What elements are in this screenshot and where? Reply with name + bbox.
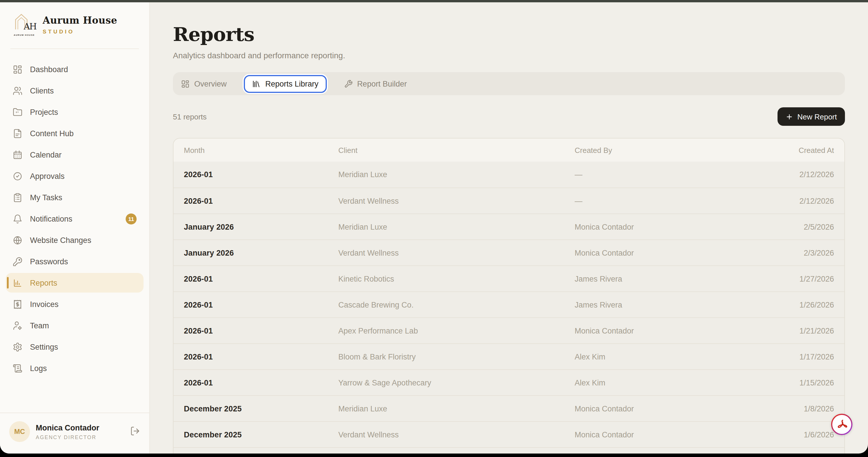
- sidebar-item-label: Logs: [30, 364, 47, 372]
- sidebar-item-calendar[interactable]: Calendar: [6, 145, 144, 165]
- sidebar-item-label: Reports: [30, 278, 57, 287]
- sidebar-item-label: Calendar: [30, 150, 62, 159]
- new-report-button[interactable]: New Report: [778, 107, 845, 126]
- cell-created-at: 2/3/2026: [748, 249, 834, 257]
- cell-created-by: —: [575, 170, 748, 179]
- sidebar-item-content-hub[interactable]: Content Hub: [6, 123, 144, 143]
- sidebar-item-passwords[interactable]: Passwords: [6, 252, 144, 271]
- cell-month: 2026-01: [184, 170, 338, 179]
- user-name: Monica Contador: [36, 423, 99, 432]
- brand-name: Aurum House: [43, 15, 117, 26]
- tab-reports-library[interactable]: Reports Library: [244, 75, 327, 93]
- cell-created-by: —: [575, 197, 748, 205]
- table-row[interactable]: 2026-01 Apex Performance Lab Monica Cont…: [174, 317, 844, 343]
- toolbar: 51 reports New Report: [173, 107, 845, 126]
- gear-icon: [13, 342, 23, 352]
- avatar: MC: [9, 421, 30, 442]
- tab-label: Reports Library: [266, 79, 319, 88]
- cell-client: Bloom & Bark Floristry: [338, 352, 575, 361]
- cell-client: Meridian Luxe: [338, 223, 575, 231]
- cell-created-at: 1/21/2026: [748, 326, 834, 335]
- tabs-bar: Overview Reports Library Report Builder: [173, 72, 845, 95]
- cell-created-by: Monica Contador: [575, 326, 748, 335]
- users-icon: [13, 86, 23, 95]
- sidebar-divider: [10, 49, 139, 49]
- pdf-extension-badge[interactable]: [831, 414, 852, 435]
- cell-month: January 2026: [184, 249, 338, 257]
- brand-logo: AH AURUM HOUSE Aurum House STUDIO: [0, 2, 149, 41]
- window-top-edge: [0, 0, 868, 2]
- cell-created-at: 1/26/2026: [748, 301, 834, 309]
- app-window: AH AURUM HOUSE Aurum House STUDIO Dashbo…: [0, 2, 868, 454]
- dashboard-icon: [13, 64, 23, 74]
- globe-icon: [13, 235, 23, 245]
- screen: AH AURUM HOUSE Aurum House STUDIO Dashbo…: [0, 0, 868, 457]
- cell-client: Yarrow & Sage Apothecary: [338, 378, 575, 387]
- table-body: 2026-01 Meridian Luxe — 2/12/2026 2026-0…: [174, 162, 844, 454]
- table-row[interactable]: 2026-01 Cascade Brewing Co. James Rivera…: [174, 291, 844, 317]
- table-row[interactable]: 2026-01 Bloom & Bark Floristry Alex Kim …: [174, 343, 844, 369]
- sidebar-item-approvals[interactable]: Approvals: [6, 166, 144, 186]
- cell-month: December 2025: [184, 430, 338, 439]
- sidebar-item-reports[interactable]: Reports: [6, 273, 144, 292]
- cell-client: Verdant Wellness: [338, 430, 575, 439]
- cell-month: 2026-01: [184, 301, 338, 309]
- cell-created-by: James Rivera: [575, 301, 748, 309]
- logout-button[interactable]: [130, 426, 140, 438]
- column-header-month: Month: [184, 146, 338, 154]
- sidebar-item-dashboard[interactable]: Dashboard: [6, 59, 144, 79]
- cell-month: December 2025: [184, 404, 338, 413]
- table-row[interactable]: 2026-01 Verdant Wellness — 2/12/2026: [174, 188, 844, 213]
- sidebar-item-label: Invoices: [30, 300, 59, 308]
- main-content: Reports Analytics dashboard and performa…: [150, 2, 868, 454]
- cell-created-at: 1/27/2026: [748, 275, 834, 283]
- sidebar-item-logs[interactable]: Logs: [6, 358, 144, 378]
- tab-label: Overview: [194, 79, 227, 88]
- table-row[interactable]: January 2026 Meridian Luxe Monica Contad…: [174, 213, 844, 239]
- sidebar-item-clients[interactable]: Clients: [6, 81, 144, 101]
- column-header-client: Client: [338, 146, 575, 154]
- receipt-icon: [13, 299, 23, 309]
- cell-month: 2026-01: [184, 326, 338, 335]
- logout-icon: [130, 426, 140, 438]
- scroll-icon: [13, 363, 23, 373]
- sidebar-item-projects[interactable]: Projects: [6, 102, 144, 122]
- sidebar-item-label: Settings: [30, 342, 58, 351]
- sidebar-item-label: Passwords: [30, 257, 68, 266]
- cell-client: Apex Performance Lab: [338, 326, 575, 335]
- report-count: 51 reports: [173, 112, 207, 121]
- grid-icon: [181, 79, 190, 88]
- brand-tagline: STUDIO: [43, 28, 117, 35]
- tab-report-builder[interactable]: Report Builder: [344, 79, 407, 88]
- user-role: AGENCY DIRECTOR: [36, 434, 99, 440]
- sidebar-item-settings[interactable]: Settings: [6, 337, 144, 356]
- cell-created-at: 1/8/2026: [748, 404, 834, 413]
- cell-created-by: Monica Contador: [575, 404, 748, 413]
- cell-month: 2026-01: [184, 275, 338, 283]
- cell-created-by: Alex Kim: [575, 378, 748, 387]
- new-report-label: New Report: [797, 112, 837, 121]
- sidebar-item-my-tasks[interactable]: My Tasks: [6, 188, 144, 207]
- bell-icon: [13, 214, 23, 224]
- table-row[interactable]: 2026-01 Kinetic Robotics James Rivera 1/…: [174, 265, 844, 291]
- sidebar-item-notifications[interactable]: Notifications 11: [6, 209, 144, 229]
- sidebar-item-label: Clients: [30, 86, 54, 95]
- column-header-created-at: Created At: [748, 146, 834, 154]
- table-row[interactable]: 2026-01 Meridian Luxe — 2/12/2026: [174, 162, 844, 188]
- table-row[interactable]: December 2025 Meridian Luxe Monica Conta…: [174, 395, 844, 421]
- notifications-badge: 11: [126, 213, 136, 224]
- table-row[interactable]: 2026-01 Yarrow & Sage Apothecary Alex Ki…: [174, 369, 844, 395]
- check-circle-icon: [13, 171, 23, 181]
- sidebar-item-website-changes[interactable]: Website Changes: [6, 230, 144, 250]
- cell-created-at: 2/5/2026: [748, 223, 834, 231]
- reports-table: Month Client Created By Created At 2026-…: [173, 138, 845, 454]
- table-row[interactable]: December 2025 Verdant Wellness Monica Co…: [174, 421, 844, 447]
- table-row[interactable]: January 2026 Verdant Wellness Monica Con…: [174, 239, 844, 265]
- brand-monogram-letters: AH: [24, 21, 36, 32]
- sidebar-item-team[interactable]: Team: [6, 316, 144, 335]
- cell-month: 2026-01: [184, 352, 338, 361]
- sidebar-item-invoices[interactable]: Invoices: [6, 294, 144, 314]
- folder-icon: [13, 107, 23, 117]
- tab-overview[interactable]: Overview: [181, 79, 227, 88]
- cell-month: 2026-01: [184, 378, 338, 387]
